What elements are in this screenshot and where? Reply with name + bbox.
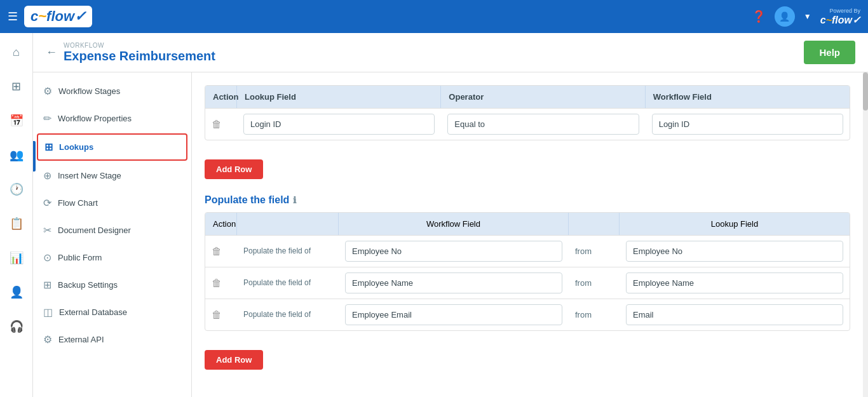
back-button[interactable]: ← [46, 46, 57, 59]
sidebar-item-external-database[interactable]: ◫ External Database [33, 299, 191, 326]
populate-row2-lookup-select[interactable]: Employee Name [626, 273, 843, 293]
nav-right: ❓ 👤 ▼ Powered By c~flow✓ [752, 6, 860, 27]
populate-row3-workflow-select[interactable]: Employee Email [345, 304, 562, 325]
populate-row3-label-cell: Populate the field of [237, 304, 339, 325]
populate-row1-label: Populate the field of [243, 246, 311, 255]
sidebar-item-backup-settings[interactable]: ⊞ Backup Settings [33, 271, 191, 299]
document-designer-icon: ✂ [43, 224, 51, 236]
populate-row1-lookup-select[interactable]: Employee No [626, 241, 843, 262]
main-panel: ← WORKFLOW Expense Reimbursement Help ⚙ … [33, 33, 868, 397]
workflow-properties-icon: ✏ [43, 112, 51, 124]
lookup-operator-select[interactable]: Equal to [447, 114, 639, 135]
populate-row2-from-label: from [575, 278, 592, 288]
lookup-operator-dropdown-wrap: Equal to [447, 114, 639, 135]
lookup-table-header: Action Lookup Field Operator Workflow Fi… [205, 86, 850, 108]
breadcrumb: WORKFLOW [64, 42, 215, 49]
right-content-area: Action Lookup Field Operator Workflow Fi… [192, 72, 863, 397]
sidebar-item-label-external-api: External API [58, 335, 104, 344]
public-form-icon: ⊙ [43, 252, 51, 264]
populate-row2-delete-button[interactable]: 🗑 [212, 278, 222, 288]
lookup-field-select[interactable]: Login ID [243, 114, 435, 135]
populate-row2-workflow-cell: Employee Name [339, 267, 569, 299]
workflow-stages-icon: ⚙ [43, 85, 52, 97]
sidebar-icon-headset[interactable]: 🎧 [5, 315, 28, 338]
header-title-block: WORKFLOW Expense Reimbursement [64, 42, 215, 64]
sidebar-item-label-insert-stage: Insert New Stage [58, 171, 121, 180]
sidebar-icon-home[interactable]: ⌂ [5, 41, 28, 64]
populate-row2-delete-cell: 🗑 [205, 273, 237, 294]
sidebar-item-flow-chart[interactable]: ⟳ Flow Chart [33, 189, 191, 217]
scrollbar-thumb[interactable] [863, 72, 868, 111]
lookup-workflow-dropdown-wrap: Login ID [652, 114, 843, 135]
populate-workflow-field-header: Workflow Field [339, 213, 569, 235]
insert-stage-icon: ⊕ [43, 170, 51, 182]
populate-row2-workflow-wrap: Employee Name [345, 273, 562, 293]
sidebar-item-label-workflow-stages: Workflow Stages [58, 86, 120, 96]
populate-title-text: Populate the field [205, 194, 289, 206]
sidebar-item-workflow-stages[interactable]: ⚙ Workflow Stages [33, 77, 191, 105]
powered-logo-text: c~flow✓ [820, 14, 860, 26]
lookup-operator-cell: Equal to [441, 109, 645, 140]
populate-row3-workflow-cell: Employee Email [339, 299, 569, 330]
hamburger-icon[interactable]: ☰ [8, 10, 18, 24]
populate-row2-lookup-wrap: Employee Name [626, 273, 843, 293]
populate-action-header: Action [205, 213, 237, 235]
lookup-field-dropdown-wrap: Login ID [243, 114, 435, 135]
external-api-icon: ⚙ [43, 333, 52, 346]
sidebar-item-label-public-form: Public Form [58, 253, 102, 262]
populate-row1-workflow-wrap: Employee No [345, 241, 562, 262]
user-avatar[interactable]: 👤 [775, 6, 795, 27]
chevron-down-icon[interactable]: ▼ [804, 12, 811, 21]
populate-row3-delete-button[interactable]: 🗑 [212, 309, 222, 320]
sidebar-icon-person[interactable]: 👤 [5, 281, 28, 304]
populate-row3-lookup-select[interactable]: Email [626, 304, 843, 325]
sidebar-icon-calendar[interactable]: 📅 [5, 109, 28, 132]
sidebar-item-external-api[interactable]: ⚙ External API [33, 326, 191, 353]
populate-add-row-button[interactable]: Add Row [205, 350, 263, 370]
populate-row-2: 🗑 Populate the field of Employee Name [205, 267, 850, 299]
lookup-delete-button[interactable]: 🗑 [212, 119, 222, 130]
sidebar-icon-grid[interactable]: ⊞ [5, 75, 28, 98]
top-navigation: ☰ c~flow✓ ❓ 👤 ▼ Powered By c~flow✓ [0, 0, 868, 33]
left-navigation: ⚙ Workflow Stages ✏ Workflow Properties … [33, 72, 192, 397]
lookup-workflow-field-select[interactable]: Login ID [652, 114, 843, 135]
nav-left: ☰ c~flow✓ [8, 6, 92, 27]
sidebar-icon-users[interactable]: 👥 [5, 144, 28, 166]
populate-empty-header [237, 213, 339, 235]
populate-row2-from-cell: from [569, 273, 620, 293]
sidebar-item-insert-new-stage[interactable]: ⊕ Insert New Stage [33, 162, 191, 189]
populate-row1-from-cell: from [569, 241, 620, 261]
populate-row1-lookup-cell: Employee No [620, 236, 850, 267]
sidebar-item-public-form[interactable]: ⊙ Public Form [33, 244, 191, 271]
populate-row3-from-label: from [575, 310, 592, 320]
sidebar-icon-book[interactable]: 📋 [5, 212, 28, 235]
populate-row2-workflow-select[interactable]: Employee Name [345, 273, 562, 293]
populate-table-header: Action Workflow Field Lookup Field [205, 213, 850, 235]
sidebar-icon-history[interactable]: 🕐 [5, 178, 28, 201]
populate-row-3: 🗑 Populate the field of Employee Email [205, 299, 850, 330]
lookup-delete-cell: 🗑 [205, 114, 237, 135]
populate-row3-delete-cell: 🗑 [205, 304, 237, 326]
populate-row1-lookup-wrap: Employee No [626, 241, 843, 262]
populate-row1-delete-button[interactable]: 🗑 [212, 246, 222, 257]
populate-section-title: Populate the field ℹ [205, 194, 850, 206]
sidebar-item-document-designer[interactable]: ✂ Document Designer [33, 217, 191, 244]
help-button[interactable]: Help [804, 41, 855, 64]
info-icon[interactable]: ℹ [293, 195, 296, 205]
lookup-field-cell: Login ID [237, 109, 441, 140]
sidebar-item-lookups[interactable]: ⊞ Lookups [37, 133, 187, 161]
powered-by-label: Powered By [829, 8, 860, 14]
lookup-operator-header: Operator [441, 86, 645, 108]
lookup-add-row-button[interactable]: Add Row [205, 159, 263, 179]
populate-row3-from-cell: from [569, 305, 620, 325]
sidebar-item-workflow-properties[interactable]: ✏ Workflow Properties [33, 105, 191, 132]
populate-section: Populate the field ℹ Action Workflow Fie… [205, 194, 850, 370]
scrollbar-track[interactable] [863, 72, 868, 397]
populate-row3-lookup-wrap: Email [626, 304, 843, 325]
help-circle-icon[interactable]: ❓ [752, 10, 766, 24]
lookup-workflow-field-cell: Login ID [646, 109, 850, 140]
populate-row-1: 🗑 Populate the field of Employee No [205, 235, 850, 267]
sidebar-icon-chart[interactable]: 📊 [5, 246, 28, 269]
logo-box: c~flow✓ [24, 6, 92, 27]
populate-row1-workflow-select[interactable]: Employee No [345, 241, 562, 262]
